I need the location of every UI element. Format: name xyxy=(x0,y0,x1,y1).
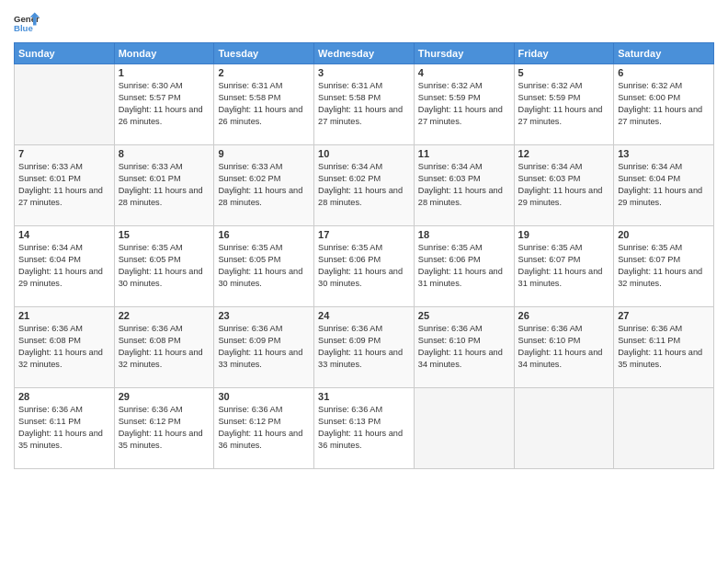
day-info: Sunrise: 6:33 AM Sunset: 6:02 PM Dayligh… xyxy=(218,161,310,209)
calendar-cell: 30Sunrise: 6:36 AM Sunset: 6:12 PM Dayli… xyxy=(214,388,314,469)
calendar-cell: 16Sunrise: 6:35 AM Sunset: 6:05 PM Dayli… xyxy=(214,226,314,307)
calendar-cell: 27Sunrise: 6:36 AM Sunset: 6:11 PM Dayli… xyxy=(614,307,714,388)
weekday-header-friday: Friday xyxy=(514,43,614,64)
calendar-cell: 1Sunrise: 6:30 AM Sunset: 5:57 PM Daylig… xyxy=(114,64,214,145)
calendar-week-3: 14Sunrise: 6:34 AM Sunset: 6:04 PM Dayli… xyxy=(15,226,714,307)
day-info: Sunrise: 6:33 AM Sunset: 6:01 PM Dayligh… xyxy=(18,161,110,209)
calendar-cell xyxy=(15,64,115,145)
day-number: 9 xyxy=(218,148,310,159)
day-number: 16 xyxy=(218,229,310,240)
page-header: General Blue xyxy=(14,9,714,35)
day-info: Sunrise: 6:32 AM Sunset: 6:00 PM Dayligh… xyxy=(618,80,710,128)
day-info: Sunrise: 6:36 AM Sunset: 6:09 PM Dayligh… xyxy=(218,323,310,371)
day-info: Sunrise: 6:34 AM Sunset: 6:03 PM Dayligh… xyxy=(518,161,610,209)
weekday-header-wednesday: Wednesday xyxy=(314,43,415,64)
day-number: 5 xyxy=(518,67,610,78)
calendar-cell: 18Sunrise: 6:35 AM Sunset: 6:06 PM Dayli… xyxy=(414,226,514,307)
calendar-cell: 20Sunrise: 6:35 AM Sunset: 6:07 PM Dayli… xyxy=(614,226,714,307)
day-info: Sunrise: 6:36 AM Sunset: 6:08 PM Dayligh… xyxy=(18,323,110,371)
calendar-cell: 24Sunrise: 6:36 AM Sunset: 6:09 PM Dayli… xyxy=(314,307,415,388)
day-info: Sunrise: 6:35 AM Sunset: 6:05 PM Dayligh… xyxy=(218,242,310,290)
day-number: 4 xyxy=(418,67,510,78)
calendar-cell: 8Sunrise: 6:33 AM Sunset: 6:01 PM Daylig… xyxy=(114,145,214,226)
calendar-week-1: 1Sunrise: 6:30 AM Sunset: 5:57 PM Daylig… xyxy=(15,64,714,145)
day-number: 6 xyxy=(618,67,710,78)
calendar-body: 1Sunrise: 6:30 AM Sunset: 5:57 PM Daylig… xyxy=(15,64,714,469)
day-number: 12 xyxy=(518,148,610,159)
day-info: Sunrise: 6:36 AM Sunset: 6:10 PM Dayligh… xyxy=(518,323,610,371)
day-number: 29 xyxy=(119,391,210,402)
weekday-header-sunday: Sunday xyxy=(15,43,115,64)
day-number: 10 xyxy=(318,148,410,159)
day-number: 3 xyxy=(318,67,410,78)
day-info: Sunrise: 6:35 AM Sunset: 6:07 PM Dayligh… xyxy=(518,242,610,290)
calendar-cell: 4Sunrise: 6:32 AM Sunset: 5:59 PM Daylig… xyxy=(414,64,514,145)
day-number: 30 xyxy=(218,391,310,402)
weekday-header-saturday: Saturday xyxy=(614,43,714,64)
calendar-cell: 2Sunrise: 6:31 AM Sunset: 5:58 PM Daylig… xyxy=(214,64,314,145)
calendar-cell: 6Sunrise: 6:32 AM Sunset: 6:00 PM Daylig… xyxy=(614,64,714,145)
calendar-cell: 25Sunrise: 6:36 AM Sunset: 6:10 PM Dayli… xyxy=(414,307,514,388)
day-number: 15 xyxy=(119,229,210,240)
day-info: Sunrise: 6:34 AM Sunset: 6:04 PM Dayligh… xyxy=(18,242,110,290)
calendar-cell: 15Sunrise: 6:35 AM Sunset: 6:05 PM Dayli… xyxy=(114,226,214,307)
day-number: 18 xyxy=(418,229,510,240)
calendar-cell: 7Sunrise: 6:33 AM Sunset: 6:01 PM Daylig… xyxy=(15,145,115,226)
day-number: 28 xyxy=(18,391,110,402)
day-info: Sunrise: 6:31 AM Sunset: 5:58 PM Dayligh… xyxy=(318,80,410,128)
day-info: Sunrise: 6:36 AM Sunset: 6:09 PM Dayligh… xyxy=(318,323,410,371)
calendar-cell: 26Sunrise: 6:36 AM Sunset: 6:10 PM Dayli… xyxy=(514,307,614,388)
calendar-cell: 10Sunrise: 6:34 AM Sunset: 6:02 PM Dayli… xyxy=(314,145,415,226)
day-number: 13 xyxy=(618,148,710,159)
day-number: 8 xyxy=(119,148,210,159)
day-info: Sunrise: 6:36 AM Sunset: 6:13 PM Dayligh… xyxy=(318,404,410,452)
logo: General Blue xyxy=(14,9,43,35)
day-info: Sunrise: 6:32 AM Sunset: 5:59 PM Dayligh… xyxy=(518,80,610,128)
day-number: 26 xyxy=(518,310,610,321)
day-number: 25 xyxy=(418,310,510,321)
logo-icon: General Blue xyxy=(14,9,40,35)
day-info: Sunrise: 6:36 AM Sunset: 6:11 PM Dayligh… xyxy=(618,323,710,371)
day-number: 14 xyxy=(18,229,110,240)
calendar-cell xyxy=(514,388,614,469)
day-info: Sunrise: 6:33 AM Sunset: 6:01 PM Dayligh… xyxy=(119,161,210,209)
day-number: 17 xyxy=(318,229,410,240)
day-info: Sunrise: 6:35 AM Sunset: 6:07 PM Dayligh… xyxy=(618,242,710,290)
day-info: Sunrise: 6:34 AM Sunset: 6:04 PM Dayligh… xyxy=(618,161,710,209)
calendar-cell: 19Sunrise: 6:35 AM Sunset: 6:07 PM Dayli… xyxy=(514,226,614,307)
day-number: 24 xyxy=(318,310,410,321)
day-info: Sunrise: 6:31 AM Sunset: 5:58 PM Dayligh… xyxy=(218,80,310,128)
day-info: Sunrise: 6:36 AM Sunset: 6:08 PM Dayligh… xyxy=(119,323,210,371)
day-number: 21 xyxy=(18,310,110,321)
day-info: Sunrise: 6:36 AM Sunset: 6:11 PM Dayligh… xyxy=(18,404,110,452)
day-number: 20 xyxy=(618,229,710,240)
calendar-cell: 28Sunrise: 6:36 AM Sunset: 6:11 PM Dayli… xyxy=(15,388,115,469)
calendar-cell: 13Sunrise: 6:34 AM Sunset: 6:04 PM Dayli… xyxy=(614,145,714,226)
day-number: 31 xyxy=(318,391,410,402)
day-number: 1 xyxy=(119,67,210,78)
calendar-header-row: SundayMondayTuesdayWednesdayThursdayFrid… xyxy=(15,43,714,64)
calendar-table: SundayMondayTuesdayWednesdayThursdayFrid… xyxy=(14,42,714,469)
day-number: 22 xyxy=(119,310,210,321)
day-number: 7 xyxy=(18,148,110,159)
day-info: Sunrise: 6:36 AM Sunset: 6:12 PM Dayligh… xyxy=(119,404,210,452)
calendar-cell: 23Sunrise: 6:36 AM Sunset: 6:09 PM Dayli… xyxy=(214,307,314,388)
weekday-header-thursday: Thursday xyxy=(414,43,514,64)
calendar-cell: 12Sunrise: 6:34 AM Sunset: 6:03 PM Dayli… xyxy=(514,145,614,226)
day-info: Sunrise: 6:32 AM Sunset: 5:59 PM Dayligh… xyxy=(418,80,510,128)
calendar-cell xyxy=(614,388,714,469)
day-number: 19 xyxy=(518,229,610,240)
weekday-header-tuesday: Tuesday xyxy=(214,43,314,64)
calendar-cell: 21Sunrise: 6:36 AM Sunset: 6:08 PM Dayli… xyxy=(15,307,115,388)
day-info: Sunrise: 6:35 AM Sunset: 6:06 PM Dayligh… xyxy=(418,242,510,290)
day-info: Sunrise: 6:36 AM Sunset: 6:10 PM Dayligh… xyxy=(418,323,510,371)
day-info: Sunrise: 6:34 AM Sunset: 6:03 PM Dayligh… xyxy=(418,161,510,209)
calendar-week-4: 21Sunrise: 6:36 AM Sunset: 6:08 PM Dayli… xyxy=(15,307,714,388)
calendar-cell: 17Sunrise: 6:35 AM Sunset: 6:06 PM Dayli… xyxy=(314,226,415,307)
calendar-cell: 3Sunrise: 6:31 AM Sunset: 5:58 PM Daylig… xyxy=(314,64,415,145)
calendar-cell: 11Sunrise: 6:34 AM Sunset: 6:03 PM Dayli… xyxy=(414,145,514,226)
calendar-week-5: 28Sunrise: 6:36 AM Sunset: 6:11 PM Dayli… xyxy=(15,388,714,469)
svg-text:Blue: Blue xyxy=(14,23,33,33)
calendar-cell: 5Sunrise: 6:32 AM Sunset: 5:59 PM Daylig… xyxy=(514,64,614,145)
day-number: 27 xyxy=(618,310,710,321)
